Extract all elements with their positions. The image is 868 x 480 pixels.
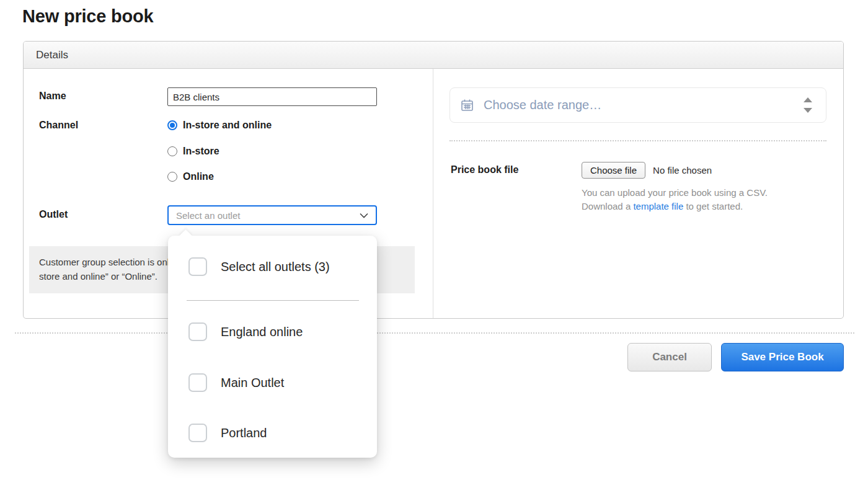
dropdown-item-select-all[interactable]: Select all outlets (3) [168, 257, 377, 276]
dropdown-item-portland[interactable]: Portland [168, 424, 377, 442]
cancel-button[interactable]: Cancel [627, 343, 712, 371]
file-status-text: No file chosen [653, 165, 712, 176]
panel-header-label: Details [36, 49, 68, 61]
outlet-select-placeholder: Select an outlet [176, 210, 240, 221]
checkbox-icon[interactable] [188, 257, 207, 276]
upload-help-line1: You can upload your price book using a C… [582, 186, 805, 200]
upload-help-text: You can upload your price book using a C… [582, 186, 805, 213]
outlet-dropdown: Select all outlets (3) England online Ma… [168, 236, 377, 458]
dropdown-item-label: England online [221, 325, 303, 339]
chevron-down-icon [360, 213, 368, 218]
save-price-book-button[interactable]: Save Price Book [721, 343, 844, 371]
checkbox-icon[interactable] [188, 322, 207, 341]
footer-separator [15, 332, 854, 334]
dropdown-divider [187, 300, 359, 301]
radio-option-label: In-store and online [183, 120, 272, 131]
checkbox-icon[interactable] [188, 373, 207, 392]
name-label: Name [39, 91, 66, 102]
panel-header: Details [24, 42, 843, 69]
dropdown-item-main-outlet[interactable]: Main Outlet [168, 373, 377, 392]
stepper-up-icon[interactable] [804, 97, 812, 102]
template-file-link[interactable]: template file [633, 201, 683, 211]
radio-option-in-store[interactable]: In-store [167, 146, 219, 157]
dropdown-item-label: Main Outlet [221, 376, 284, 390]
date-range-stepper[interactable] [804, 88, 812, 122]
dropdown-item-england-online[interactable]: England online [168, 322, 377, 341]
calendar-icon [461, 99, 473, 111]
checkbox-icon[interactable] [188, 424, 207, 442]
name-input[interactable] [167, 87, 377, 106]
dropdown-item-label: Portland [221, 426, 267, 440]
dropdown-item-label: Select all outlets (3) [221, 260, 330, 274]
column-divider [433, 69, 433, 318]
radio-option-in-store-and-online[interactable]: In-store and online [167, 120, 272, 131]
channel-label: Channel [39, 120, 78, 131]
price-book-file-label: Price book file [451, 164, 518, 176]
page-title: New price book [22, 6, 154, 27]
radio-option-online[interactable]: Online [167, 171, 214, 182]
radio-option-label: Online [183, 171, 214, 182]
radio-unselected-icon[interactable] [167, 146, 177, 156]
file-input-row: Choose file No file chosen [582, 162, 712, 179]
right-column-separator [450, 140, 826, 141]
date-range-placeholder: Choose date range… [484, 98, 601, 112]
radio-option-label: In-store [183, 146, 219, 157]
date-range-picker[interactable]: Choose date range… [450, 87, 826, 123]
choose-file-button[interactable]: Choose file [582, 162, 645, 179]
outlet-label: Outlet [39, 209, 68, 220]
stepper-down-icon[interactable] [804, 108, 812, 113]
outlet-select[interactable]: Select an outlet [167, 205, 377, 225]
upload-help-line2: Download a template file to get started. [582, 200, 805, 213]
radio-unselected-icon[interactable] [167, 172, 177, 182]
radio-selected-icon[interactable] [167, 120, 177, 130]
new-price-book-page: New price book Details Name Channel In-s… [0, 0, 868, 480]
